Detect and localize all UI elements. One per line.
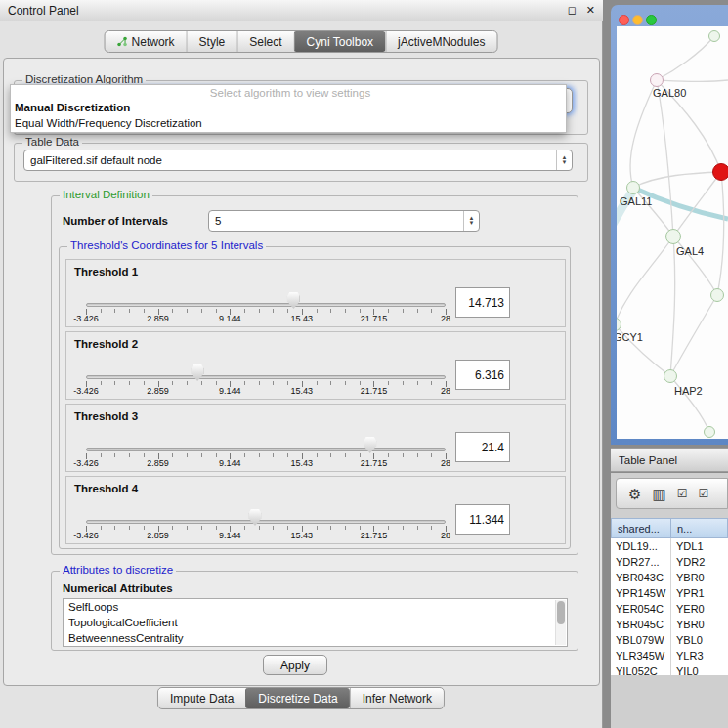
dropdown-option-manual-discretization[interactable]: Manual Discretization bbox=[11, 100, 566, 115]
list-scrollbar[interactable] bbox=[555, 600, 566, 645]
axis-tick-label: 28 bbox=[441, 458, 450, 468]
tab-jactivemnodules[interactable]: jActiveMNodules bbox=[385, 31, 496, 52]
network-node[interactable] bbox=[704, 426, 715, 438]
slider-tick bbox=[417, 453, 418, 457]
stepper-icon: ▲ ▼ bbox=[556, 150, 572, 170]
table-column-header[interactable]: shared... bbox=[611, 518, 671, 538]
axis-tick-label: -3.426 bbox=[73, 314, 99, 323]
threshold-label: Threshold 3 bbox=[74, 410, 138, 422]
axis-tick-label: 15.43 bbox=[291, 314, 314, 323]
table-row[interactable]: YBR045CYBR0 bbox=[611, 617, 728, 632]
slider-tick bbox=[114, 453, 115, 457]
close-icon[interactable]: ✕ bbox=[586, 4, 595, 17]
threshold-box: Threshold 1-3.4262.8599.14415.4321.71528… bbox=[65, 259, 566, 327]
node-table: shared...n... YDL19...YDL1YDR27...YDR2YB… bbox=[611, 518, 728, 675]
number-of-intervals-combo[interactable]: 5 ▲ ▼ bbox=[208, 210, 480, 232]
table-row[interactable]: YBR043CYBR0 bbox=[611, 570, 728, 585]
table-cell: YBR0 bbox=[671, 570, 728, 585]
slider-tick bbox=[101, 309, 102, 313]
axis-tick-label: 2.859 bbox=[147, 458, 169, 468]
close-traffic-icon[interactable] bbox=[619, 15, 629, 25]
slider-tick bbox=[388, 526, 389, 530]
network-node[interactable] bbox=[665, 229, 681, 244]
gear-icon[interactable]: ⚙ bbox=[628, 487, 641, 501]
dropdown-option-equal-width-frequency[interactable]: Equal Width/Frequency Discretization bbox=[11, 115, 566, 131]
slider-tick bbox=[259, 526, 260, 530]
tab-style[interactable]: Style bbox=[187, 31, 237, 52]
table-row[interactable]: YIL052CYIL0 bbox=[611, 664, 728, 675]
scrollbar-thumb[interactable] bbox=[557, 601, 565, 624]
table-row[interactable]: YBL079WYBL0 bbox=[611, 632, 728, 648]
table-cell: YIL0 bbox=[671, 664, 728, 675]
table-data-combo[interactable]: galFiltered.sif default node ▲ ▼ bbox=[23, 150, 573, 171]
table-row[interactable]: YPR145WYPR1 bbox=[611, 585, 728, 601]
network-node[interactable] bbox=[710, 288, 724, 302]
slider-tick bbox=[330, 453, 331, 457]
slider-tick bbox=[345, 381, 346, 385]
columns-icon[interactable]: ▥ bbox=[652, 487, 665, 501]
tab-discretize-data[interactable]: Discretize Data bbox=[245, 688, 349, 708]
network-node[interactable] bbox=[708, 30, 720, 42]
table-row[interactable]: YDL19...YDL1 bbox=[611, 538, 728, 554]
network-node[interactable] bbox=[650, 73, 664, 87]
network-node[interactable] bbox=[712, 163, 728, 181]
table-cell: YLR3 bbox=[671, 648, 728, 664]
slider-tick bbox=[345, 526, 346, 530]
slider-ticks bbox=[86, 381, 446, 389]
slider-tick bbox=[244, 453, 245, 457]
slider-track[interactable] bbox=[86, 303, 446, 307]
slider-track[interactable] bbox=[86, 448, 446, 451]
slider-tick bbox=[273, 309, 274, 313]
table-cell: YBR043C bbox=[611, 570, 671, 585]
threshold-value-input[interactable]: 21.4 bbox=[455, 432, 510, 462]
table-cell: YPR145W bbox=[611, 585, 671, 601]
threshold-value-input[interactable]: 6.316 bbox=[455, 360, 510, 390]
tab-select[interactable]: Select bbox=[236, 31, 293, 52]
slider-tick bbox=[187, 453, 188, 457]
slider-tick bbox=[273, 526, 274, 530]
table-row[interactable]: YER054CYER0 bbox=[611, 601, 728, 617]
thresholds-group-label: Threshold's Coordinates for 5 Intervals bbox=[67, 239, 266, 251]
attribute-list-item[interactable]: BetweennessCentrality bbox=[64, 630, 567, 646]
slider-tick bbox=[431, 453, 432, 457]
dropdown-placeholder-option[interactable]: Select algorithm to view settings bbox=[11, 86, 566, 100]
zoom-traffic-icon[interactable] bbox=[646, 15, 657, 25]
tab-cyni-toolbox[interactable]: Cyni Toolbox bbox=[294, 31, 385, 52]
attribute-list-item[interactable]: SelfLoops bbox=[64, 599, 567, 615]
network-node-label: GAL11 bbox=[620, 195, 652, 207]
network-node[interactable] bbox=[626, 181, 640, 194]
minimize-traffic-icon[interactable] bbox=[632, 15, 643, 25]
table-row[interactable]: YDR27...YDR2 bbox=[611, 554, 728, 570]
table-column-header[interactable]: n... bbox=[671, 518, 728, 538]
threshold-label: Threshold 2 bbox=[74, 338, 138, 350]
slider-tick bbox=[431, 309, 432, 313]
threshold-value-input[interactable]: 14.713 bbox=[455, 287, 510, 318]
table-row[interactable]: YLR345WYLR3 bbox=[611, 648, 728, 664]
tab-impute-data[interactable]: Impute Data bbox=[158, 688, 245, 708]
table-cell: YDR27... bbox=[611, 554, 671, 570]
slider-tick bbox=[172, 381, 173, 385]
tab-infer-network[interactable]: Infer Network bbox=[350, 688, 444, 708]
apply-button[interactable]: Apply bbox=[263, 655, 327, 675]
network-canvas[interactable]: GAL80GAL11GAL4GCY1HAP2 bbox=[617, 26, 728, 439]
numerical-attributes-list: SelfLoopsTopologicalCoefficientBetweenne… bbox=[63, 598, 568, 647]
slider-tick bbox=[431, 381, 432, 385]
slider-tick bbox=[417, 309, 418, 313]
axis-tick-label: 2.859 bbox=[147, 314, 169, 323]
control-panel-window: Control Panel ◻ ✕ NetworkStyleSelectCyni… bbox=[0, 0, 603, 728]
slider-track[interactable] bbox=[86, 375, 446, 379]
top-tab-bar: NetworkStyleSelectCyni ToolboxjActiveMNo… bbox=[105, 30, 498, 53]
threshold-label: Threshold 1 bbox=[74, 266, 138, 278]
select-columns-checkbox-icon[interactable]: ☑ bbox=[698, 487, 708, 501]
slider-tick bbox=[114, 381, 115, 385]
slider-tick bbox=[216, 526, 217, 530]
stepper-icon: ▲ ▼ bbox=[463, 211, 479, 231]
select-all-checkbox-icon[interactable]: ☑ bbox=[677, 487, 688, 501]
tab-network[interactable]: Network bbox=[106, 31, 187, 52]
slider-track[interactable] bbox=[86, 520, 446, 524]
network-node[interactable] bbox=[664, 369, 677, 383]
attribute-list-item[interactable]: TopologicalCoefficient bbox=[64, 615, 567, 630]
float-window-icon[interactable]: ◻ bbox=[568, 4, 577, 17]
network-icon bbox=[117, 36, 128, 47]
threshold-value-input[interactable]: 11.344 bbox=[455, 504, 510, 535]
